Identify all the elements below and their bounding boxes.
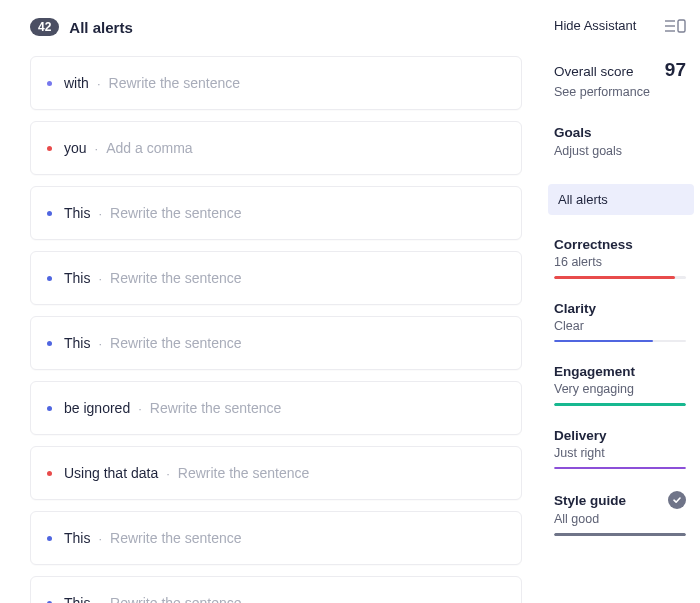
metric-title: Style guide	[554, 493, 626, 508]
separator-dot: ·	[98, 271, 102, 286]
alerts-header: 42 All alerts	[30, 18, 522, 36]
metric-title: Correctness	[554, 237, 633, 252]
see-performance-link[interactable]: See performance	[554, 85, 686, 99]
metric-correctness[interactable]: Correctness16 alerts	[554, 237, 686, 279]
hide-assistant-label: Hide Assistant	[554, 18, 636, 33]
alert-dot-icon	[47, 471, 52, 476]
alerts-count-badge: 42	[30, 18, 59, 36]
separator-dot: ·	[98, 596, 102, 604]
metric-sub: All good	[554, 512, 686, 526]
separator-dot: ·	[98, 336, 102, 351]
metric-engagement[interactable]: EngagementVery engaging	[554, 364, 686, 406]
metric-sub: Very engaging	[554, 382, 686, 396]
svg-rect-3	[678, 20, 685, 32]
metric-bar	[554, 467, 686, 470]
metric-bar-fill	[554, 533, 686, 536]
alerts-panel: 42 All alerts with·Rewrite the sentencey…	[0, 0, 542, 603]
metric-bar-fill	[554, 340, 653, 343]
alert-dot-icon	[47, 81, 52, 86]
metric-head: Engagement	[554, 364, 686, 379]
metric-delivery[interactable]: DeliveryJust right	[554, 428, 686, 470]
alert-card[interactable]: with·Rewrite the sentence	[30, 56, 522, 110]
alert-dot-icon	[47, 341, 52, 346]
metric-clarity[interactable]: ClarityClear	[554, 301, 686, 343]
hide-assistant-row[interactable]: Hide Assistant	[554, 18, 686, 33]
separator-dot: ·	[95, 141, 99, 156]
alert-text: be ignored·Rewrite the sentence	[64, 400, 281, 416]
separator-dot: ·	[98, 531, 102, 546]
alert-card[interactable]: be ignored·Rewrite the sentence	[30, 381, 522, 435]
metric-sub: Just right	[554, 446, 686, 460]
alert-word: This	[64, 595, 90, 603]
separator-dot: ·	[138, 401, 142, 416]
alert-text: This·Rewrite the sentence	[64, 205, 242, 221]
alert-card[interactable]: This·Rewrite the sentence	[30, 251, 522, 305]
alert-card[interactable]: This·Rewrite the sentence	[30, 576, 522, 603]
separator-dot: ·	[98, 206, 102, 221]
alert-suggestion: Add a comma	[106, 140, 192, 156]
metric-head: Clarity	[554, 301, 686, 316]
alert-suggestion: Rewrite the sentence	[110, 205, 242, 221]
alert-text: with·Rewrite the sentence	[64, 75, 240, 91]
overall-score-row[interactable]: Overall score 97	[554, 59, 686, 81]
metric-sub: Clear	[554, 319, 686, 333]
metric-title: Engagement	[554, 364, 635, 379]
alert-card[interactable]: This·Rewrite the sentence	[30, 316, 522, 370]
check-circle-icon	[668, 491, 686, 509]
metric-bar	[554, 276, 686, 279]
alert-suggestion: Rewrite the sentence	[178, 465, 310, 481]
metric-bar-fill	[554, 403, 686, 406]
alert-suggestion: Rewrite the sentence	[109, 75, 241, 91]
alert-suggestion: Rewrite the sentence	[110, 530, 242, 546]
alert-dot-icon	[47, 146, 52, 151]
alert-word: with	[64, 75, 89, 91]
alert-word: This	[64, 205, 90, 221]
alert-word: This	[64, 530, 90, 546]
alert-suggestion: Rewrite the sentence	[150, 400, 282, 416]
alert-word: This	[64, 270, 90, 286]
alert-word: Using that data	[64, 465, 158, 481]
alert-text: This·Rewrite the sentence	[64, 335, 242, 351]
alerts-title: All alerts	[69, 19, 132, 36]
metric-bar	[554, 340, 686, 343]
alert-word: you	[64, 140, 87, 156]
metric-bar-fill	[554, 467, 686, 470]
metric-title: Delivery	[554, 428, 607, 443]
alert-text: This·Rewrite the sentence	[64, 530, 242, 546]
alerts-list: with·Rewrite the sentenceyou·Add a comma…	[30, 56, 522, 603]
metric-title: Clarity	[554, 301, 596, 316]
metric-sub: 16 alerts	[554, 255, 686, 269]
metric-bar	[554, 533, 686, 536]
alert-word: be ignored	[64, 400, 130, 416]
metrics-list: Correctness16 alertsClarityClearEngageme…	[554, 237, 686, 558]
goals-title: Goals	[554, 125, 686, 140]
alert-dot-icon	[47, 211, 52, 216]
alert-word: This	[64, 335, 90, 351]
alert-dot-icon	[47, 406, 52, 411]
all-alerts-tab[interactable]: All alerts	[548, 184, 694, 215]
metric-bar	[554, 403, 686, 406]
alert-card[interactable]: This·Rewrite the sentence	[30, 511, 522, 565]
alert-dot-icon	[47, 276, 52, 281]
metric-style-guide[interactable]: Style guideAll good	[554, 491, 686, 536]
alert-text: Using that data·Rewrite the sentence	[64, 465, 309, 481]
adjust-goals-link[interactable]: Adjust goals	[554, 144, 686, 158]
metric-head: Style guide	[554, 491, 686, 509]
metric-head: Delivery	[554, 428, 686, 443]
metric-bar-fill	[554, 276, 675, 279]
assistant-sidebar: Hide Assistant Overall score 97 See perf…	[542, 0, 700, 603]
alert-suggestion: Rewrite the sentence	[110, 595, 242, 603]
alert-text: This·Rewrite the sentence	[64, 270, 242, 286]
separator-dot: ·	[97, 76, 101, 91]
alert-dot-icon	[47, 536, 52, 541]
alert-text: This·Rewrite the sentence	[64, 595, 242, 603]
overall-score-value: 97	[665, 59, 686, 81]
overall-score-label: Overall score	[554, 64, 634, 79]
alert-suggestion: Rewrite the sentence	[110, 270, 242, 286]
alert-suggestion: Rewrite the sentence	[110, 335, 242, 351]
separator-dot: ·	[166, 466, 170, 481]
alert-card[interactable]: This·Rewrite the sentence	[30, 186, 522, 240]
alert-card[interactable]: Using that data·Rewrite the sentence	[30, 446, 522, 500]
alert-card[interactable]: you·Add a comma	[30, 121, 522, 175]
alert-text: you·Add a comma	[64, 140, 193, 156]
